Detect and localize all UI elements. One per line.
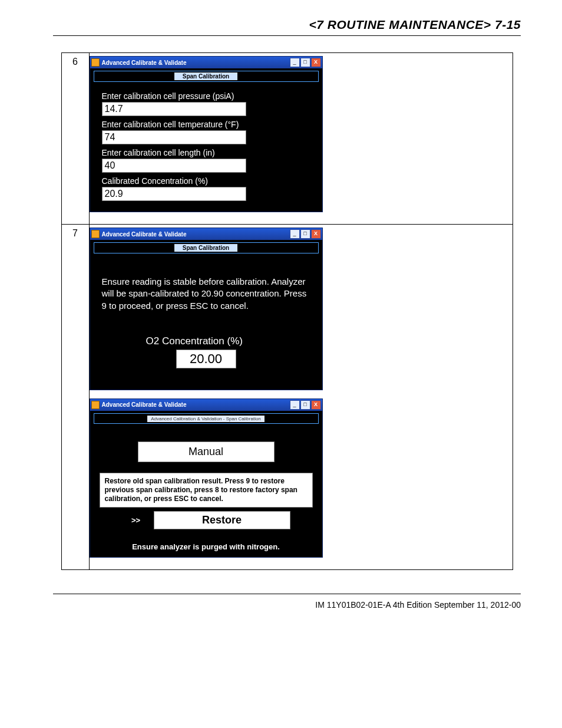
hmi-window: Advanced Calibrate & Validate _ □ X Adva…	[90, 398, 323, 558]
field-label: Enter calibration cell length (in)	[102, 148, 310, 157]
field-label: Enter calibration cell temperature (°F)	[102, 120, 310, 129]
maximize-button[interactable]: □	[300, 58, 310, 67]
maximize-button[interactable]: □	[300, 400, 310, 410]
field-label: Calibrated Concentration (%)	[102, 176, 310, 186]
close-button[interactable]: X	[311, 229, 321, 239]
length-input[interactable]: 40	[102, 159, 246, 173]
manual-button[interactable]: Manual	[138, 442, 275, 462]
page-header: <7 ROUTINE MAINTENANCE> 7-15	[53, 18, 521, 36]
minimize-button[interactable]: _	[290, 58, 300, 67]
window-subtitle: Span Calibration	[94, 242, 319, 253]
hmi-window: Advanced Calibrate & Validate _ □ X Span…	[90, 56, 323, 212]
purge-message: Ensure analyzer is purged with nitrogen.	[90, 542, 322, 551]
window-title: Advanced Calibrate & Validate	[102, 231, 187, 238]
minimize-button[interactable]: _	[290, 229, 300, 239]
step-row: 7 Advanced Calibrate & Validate _ □	[62, 224, 513, 569]
app-icon	[91, 401, 100, 409]
steps-table: 6 Advanced Calibrate & Validate _ □	[61, 52, 513, 570]
window-titlebar: Advanced Calibrate & Validate _ □ X	[90, 228, 322, 240]
close-button[interactable]: X	[311, 58, 321, 67]
concentration-input[interactable]: 20.9	[102, 187, 246, 201]
step-row: 6 Advanced Calibrate & Validate _ □	[62, 53, 513, 224]
temperature-input[interactable]: 74	[102, 130, 246, 144]
step-number: 7	[62, 225, 90, 569]
maximize-button[interactable]: □	[300, 229, 310, 239]
o2-value: 20.00	[176, 350, 236, 368]
step-number: 6	[62, 53, 90, 224]
window-titlebar: Advanced Calibrate & Validate _ □ X	[90, 57, 322, 68]
field-label: Enter calibration cell pressure (psiA)	[102, 91, 310, 101]
restore-note: Restore old span calibration result. Pre…	[100, 473, 313, 508]
restore-button[interactable]: Restore	[154, 511, 290, 529]
arrow-icon: >>	[122, 516, 150, 525]
page-footer: IM 11Y01B02-01E-A 4th Edition September …	[53, 600, 521, 610]
minimize-button[interactable]: _	[290, 400, 300, 410]
close-button[interactable]: X	[311, 400, 321, 410]
window-subtitle: Advanced Calibration & Validation - Span…	[94, 413, 319, 424]
hmi-window: Advanced Calibrate & Validate _ □ X Span…	[90, 228, 323, 390]
window-title: Advanced Calibrate & Validate	[102, 60, 187, 66]
window-subtitle: Span Calibration	[94, 71, 319, 82]
window-title: Advanced Calibrate & Validate	[102, 401, 187, 408]
window-titlebar: Advanced Calibrate & Validate _ □ X	[90, 399, 322, 411]
o2-label: O2 Concentration (%)	[146, 335, 310, 347]
app-icon	[91, 230, 100, 238]
instruction-text: Ensure reading is stable before calibrat…	[102, 276, 310, 312]
app-icon	[91, 58, 100, 67]
pressure-input[interactable]: 14.7	[102, 102, 246, 116]
